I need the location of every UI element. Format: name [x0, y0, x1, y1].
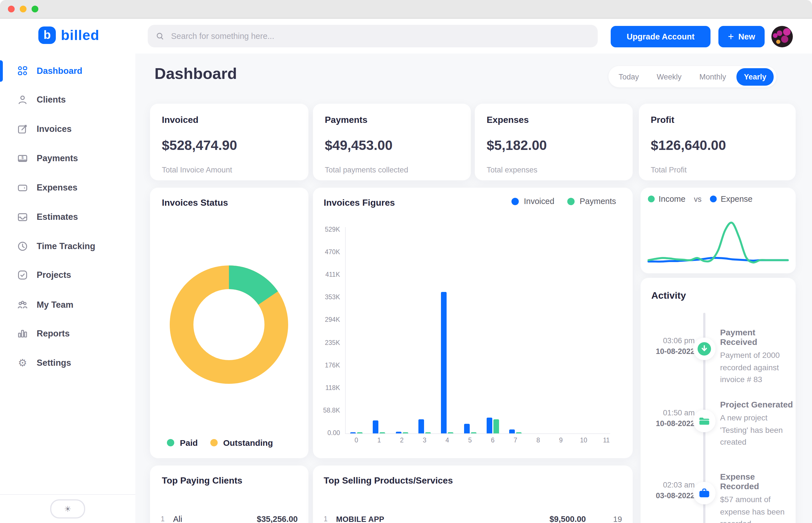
filter-weekly[interactable]: Weekly — [649, 68, 689, 85]
payments-bar — [448, 432, 453, 433]
y-axis-tick-label: 0.00 — [313, 430, 340, 436]
sidebar-item-label: My Team — [37, 300, 73, 310]
sidebar-item-dashboard[interactable]: Dashboard — [0, 60, 135, 82]
sidebar-item-settings[interactable]: ⚙Settings — [0, 352, 135, 374]
dollar-card-icon: $ — [17, 153, 28, 164]
stat-caption: Total Profit — [651, 166, 784, 174]
brand-logo[interactable]: b billed — [38, 26, 100, 44]
sidebar-item-projects[interactable]: Projects — [0, 264, 135, 286]
svg-text:$: $ — [21, 155, 24, 160]
window-close-button[interactable] — [8, 6, 15, 13]
top-client-row[interactable]: 1Ali$35,256.00 — [161, 510, 298, 523]
invoiced-bar — [487, 418, 492, 433]
folder-icon — [693, 410, 716, 432]
new-button[interactable]: + New — [718, 26, 765, 47]
activity-item-title: Project Generated — [720, 400, 793, 409]
top-product-row[interactable]: 1MOBILE APP$9,500.0019 — [324, 510, 622, 523]
main-content: Dashboard TodayWeeklyMonthlyYearly Invoi… — [135, 54, 812, 523]
clock-icon — [17, 241, 28, 252]
activity-item-title: Payment Received — [720, 327, 793, 347]
payments-bar — [516, 432, 522, 433]
edit-square-icon — [17, 123, 28, 135]
stat-title: Profit — [651, 115, 784, 125]
sidebar-item-invoices[interactable]: Invoices — [0, 118, 135, 140]
x-axis-tick-label: 10 — [577, 437, 590, 444]
dashboard-grid-icon — [17, 65, 28, 77]
plus-icon: + — [728, 32, 734, 42]
outstanding-legend-label: Outstanding — [223, 438, 273, 448]
payments-bar — [380, 432, 385, 433]
activity-item-description: $57 amount of expense has been recorded — [720, 494, 793, 523]
page-title: Dashboard — [155, 65, 237, 83]
activity-date: 03-08-2022 — [640, 491, 695, 500]
invoices-status-donut-chart[interactable] — [170, 266, 288, 384]
invoiced-bar — [441, 292, 446, 433]
activity-body: Expense Recorded$57 amount of expense ha… — [720, 472, 793, 523]
stat-card-profit: Profit$126,640.00Total Profit — [639, 104, 796, 180]
top-clients-list: 1Ali$35,256.00 — [161, 510, 298, 523]
payments-bar — [471, 432, 476, 433]
x-axis-tick-label: 6 — [486, 437, 500, 444]
y-axis-tick-label: 470K — [313, 249, 340, 255]
x-axis-tick-label: 11 — [600, 437, 613, 444]
top-paying-clients-card: Top Paying Clients 1Ali$35,256.00 — [150, 466, 308, 523]
sidebar-item-label: Estimates — [37, 212, 78, 222]
theme-toggle[interactable]: ☀ — [50, 499, 85, 519]
sidebar-item-reports[interactable]: Reports — [0, 322, 135, 345]
x-axis-tick-label: 1 — [372, 437, 386, 444]
user-avatar[interactable] — [771, 26, 793, 47]
activity-body: Project GeneratedA new project 'Testing'… — [720, 400, 793, 448]
invoices-status-title: Invoices Status — [162, 198, 297, 208]
sidebar-item-my-team[interactable]: My Team — [0, 294, 135, 316]
window-zoom-button[interactable] — [32, 6, 38, 13]
filter-monthly[interactable]: Monthly — [692, 68, 734, 85]
income-expense-line-chart[interactable] — [640, 209, 796, 272]
income-legend-label: Income — [659, 195, 685, 203]
filter-today[interactable]: Today — [611, 68, 646, 85]
y-axis-tick-label: 118K — [313, 384, 340, 391]
app-window: b billed Upgrade Account + New Dashboard… — [0, 0, 812, 523]
x-axis-tick-label: 9 — [554, 437, 568, 444]
y-axis-tick-label: 411K — [313, 271, 340, 278]
invoices-figures-bar-chart[interactable]: 529K470K411K353K294K235K176K118K58.8K0.0… — [313, 188, 633, 458]
product-rank: 1 — [324, 515, 336, 523]
x-axis-tick-label: 8 — [531, 437, 545, 444]
x-axis-line — [345, 433, 610, 434]
x-axis-tick-label: 7 — [509, 437, 522, 444]
activity-card: Activity 03:06 pm10-08-2022Payment Recei… — [640, 278, 796, 523]
search-bar[interactable] — [148, 25, 598, 47]
invoiced-bar — [350, 432, 356, 433]
sidebar-item-time-tracking[interactable]: Time Tracking — [0, 235, 135, 257]
invoiced-bar — [509, 430, 515, 433]
activity-time: 02:03 am — [640, 481, 695, 489]
sidebar-item-label: Projects — [37, 270, 71, 280]
y-axis-tick-label: 176K — [313, 362, 340, 368]
activity-item-description: A new project 'Testing' has been created — [720, 412, 793, 448]
billed-logo-icon: b — [38, 26, 56, 44]
sidebar-item-label: Time Tracking — [37, 241, 95, 251]
sidebar-item-label: Settings — [37, 358, 71, 368]
activity-timestamp: 01:50 am10-08-2022 — [640, 409, 695, 428]
activity-time: 03:06 pm — [640, 337, 695, 345]
activity-item-title: Expense Recorded — [720, 472, 793, 491]
search-input[interactable] — [170, 31, 590, 41]
sidebar-item-estimates[interactable]: Estimates — [0, 206, 135, 228]
x-axis-tick-label: 5 — [463, 437, 477, 444]
stat-caption: Total expenses — [487, 166, 621, 174]
sidebar-item-clients[interactable]: Clients — [0, 89, 135, 111]
stat-card-expenses: Expenses$5,182.00Total expenses — [475, 104, 633, 180]
product-quantity: 19 — [596, 515, 622, 523]
sidebar-item-expenses[interactable]: Expenses — [0, 176, 135, 199]
stat-title: Expenses — [487, 115, 621, 125]
window-minimize-button[interactable] — [20, 6, 27, 13]
paid-legend-dot — [167, 439, 174, 446]
upgrade-account-button[interactable]: Upgrade Account — [611, 26, 710, 47]
x-axis-tick-label: 3 — [418, 437, 431, 444]
filter-yearly[interactable]: Yearly — [737, 68, 774, 85]
top-selling-products-card: Top Selling Products/Services 1MOBILE AP… — [313, 466, 633, 523]
sidebar-item-label: Reports — [37, 328, 70, 339]
product-amount: $9,500.00 — [549, 515, 586, 523]
y-axis-tick-label: 294K — [313, 317, 340, 323]
sidebar-item-payments[interactable]: $Payments — [0, 147, 135, 170]
sidebar: DashboardClientsInvoices$PaymentsExpense… — [0, 54, 136, 523]
